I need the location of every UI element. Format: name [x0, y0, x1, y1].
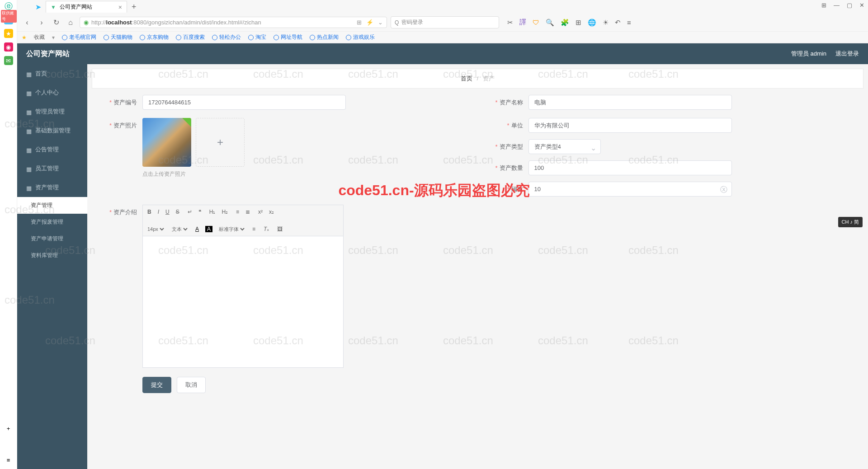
globe-icon[interactable]: 🌐	[588, 19, 596, 27]
clear-icon[interactable]: ⓧ	[720, 185, 727, 195]
sidebar-sub-apply[interactable]: 资产申请管理	[17, 230, 87, 247]
right-tools: ✂ 譯 🛡 🔍 🧩 ⊞ 🌐 ☀ ↶ ≡	[507, 18, 631, 27]
bookmark-5[interactable]: 淘宝	[248, 33, 266, 41]
url-bar[interactable]: ◉ http://localhost:8080/gongsizichan/adm…	[80, 17, 387, 28]
sidebar-sub-scrap[interactable]: 资产报废管理	[17, 214, 87, 230]
bookmark-7[interactable]: 热点新闻	[310, 33, 339, 41]
sidebar-item-asset[interactable]: ▦资产管理	[17, 178, 87, 197]
align-icon[interactable]: ≡	[250, 225, 257, 233]
upload-thumbnail[interactable]	[142, 118, 191, 167]
sidebar-item-admin[interactable]: ▦管理员管理	[17, 102, 87, 121]
sidebar-sub-library[interactable]: 资料库管理	[17, 247, 87, 264]
breadcrumb-home[interactable]: 首页	[461, 75, 472, 82]
sidebar-item-staff[interactable]: ▦员工管理	[17, 159, 87, 178]
header-user[interactable]: 管理员 admin	[791, 50, 826, 58]
security-icon[interactable]: 🛡	[533, 19, 539, 26]
window-pin-icon[interactable]: ⊞	[821, 2, 826, 9]
h2-icon[interactable]: H₂	[220, 208, 230, 216]
translate-icon[interactable]: 譯	[519, 18, 526, 27]
quote-icon[interactable]: ❝	[197, 208, 203, 216]
search-box[interactable]: Q 密码登录	[391, 16, 499, 28]
asset-type-select[interactable]: ⌄	[528, 139, 601, 154]
bookmark-3[interactable]: 百度搜索	[176, 33, 205, 41]
qty-input[interactable]	[528, 160, 732, 175]
window-close-icon[interactable]: ✕	[859, 2, 864, 9]
code-icon[interactable]: ↵	[186, 208, 194, 216]
font-size-select[interactable]: 14px	[146, 226, 165, 232]
bookmark-2[interactable]: 京东购物	[140, 33, 169, 41]
flash-icon[interactable]: ⚡	[366, 19, 373, 26]
dropdown-icon[interactable]: ⌄	[378, 19, 383, 26]
asset-no-input[interactable]	[142, 95, 346, 110]
search2-icon[interactable]: 🔍	[546, 19, 554, 27]
menu-icon[interactable]: ≡	[627, 19, 631, 26]
grid-icon[interactable]: ⊞	[576, 19, 581, 27]
bookmark-0[interactable]: 老毛桃官网	[62, 33, 96, 41]
underline-icon[interactable]: U	[164, 208, 171, 216]
rail-mail-icon[interactable]: ✉	[4, 56, 13, 65]
editor-toolbar: B I U S ↵ ❝	[143, 205, 343, 236]
italic-icon[interactable]: I	[156, 208, 161, 216]
browser-tab[interactable]: ▼ 公司资产网站 ×	[46, 1, 127, 13]
tab-close-icon[interactable]: ×	[118, 4, 122, 11]
sidebar-item-basedata[interactable]: ▦基础数据管理	[17, 121, 87, 140]
rail-weibo-icon[interactable]: ◉	[4, 42, 13, 52]
undo-icon[interactable]: ↶	[615, 19, 621, 27]
cancel-button[interactable]: 取消	[177, 377, 206, 393]
h1-icon[interactable]: H₁	[208, 208, 217, 216]
list-ol-icon[interactable]: ≡	[234, 208, 241, 216]
bookmark-6[interactable]: 网址导航	[274, 33, 302, 41]
sub-icon[interactable]: x₂	[267, 208, 276, 216]
sup-icon[interactable]: x²	[256, 208, 264, 216]
asset-form: *资产编号 *资产名称 *资产照片 +	[92, 95, 863, 393]
reload-icon[interactable]: ↻	[51, 17, 61, 28]
font-type-select[interactable]: 文本	[170, 226, 189, 232]
browser-left-rail: ⓔ 联供账号 ✦ ★ ◉ ✉ + ≡	[0, 0, 17, 469]
header-logout[interactable]: 退出登录	[835, 50, 859, 58]
nav-bar: ‹ › ↻ ⌂ ◉ http://localhost:8080/gongsizi…	[17, 14, 868, 31]
image-icon[interactable]: 🖼	[275, 225, 284, 233]
fav-label: 收藏	[34, 33, 45, 41]
strike-icon[interactable]: S	[174, 208, 181, 216]
threshold-input[interactable]	[528, 182, 732, 197]
tab-title: 公司资产网站	[60, 3, 92, 11]
sidebar-item-home[interactable]: ▦首页	[17, 64, 87, 83]
qr-icon[interactable]: ⊞	[357, 19, 362, 26]
clear-format-icon[interactable]: Tₓ	[262, 225, 271, 233]
fav-star-icon[interactable]: ★	[22, 34, 27, 41]
sidebar-sub-asset-mgmt[interactable]: 资产管理	[17, 197, 87, 214]
editor-content[interactable]	[143, 236, 343, 367]
sun-icon[interactable]: ☀	[603, 19, 609, 27]
home-icon[interactable]: ⌂	[65, 17, 76, 28]
color-icon[interactable]: A	[193, 225, 201, 233]
window-max-icon[interactable]: ▢	[847, 2, 852, 9]
back-icon[interactable]: ‹	[22, 17, 33, 28]
compass-icon[interactable]: ➤	[35, 3, 41, 11]
ime-badge: CH ♪ 简	[838, 217, 863, 227]
scissors-icon[interactable]: ✂	[507, 19, 513, 27]
sidebar-item-notice[interactable]: ▦公告管理	[17, 140, 87, 159]
sidebar-item-profile[interactable]: ▦个人中心	[17, 83, 87, 102]
rail-menu-icon[interactable]: ≡	[4, 455, 13, 464]
rail-star-icon[interactable]: ★	[4, 29, 13, 38]
bookmark-4[interactable]: 轻松办公	[212, 33, 241, 41]
list-ul-icon[interactable]: ≣	[244, 208, 252, 216]
puzzle-icon[interactable]: 🧩	[561, 19, 569, 27]
window-min-icon[interactable]: —	[834, 2, 840, 9]
app-title: 公司资产网站	[26, 49, 70, 59]
bgcolor-icon[interactable]: A	[205, 226, 212, 232]
bookmark-1[interactable]: 天猫购物	[104, 33, 132, 41]
tab-add-icon[interactable]: +	[132, 2, 137, 12]
upload-add-button[interactable]: +	[196, 118, 245, 167]
bookmark-8[interactable]: 游戏娱乐	[346, 33, 375, 41]
asset-name-input[interactable]	[528, 95, 732, 110]
bold-icon[interactable]: B	[146, 208, 153, 216]
shield-icon: ◉	[84, 19, 89, 26]
unit-input[interactable]	[528, 118, 732, 133]
chevron-down-icon: ⌄	[590, 144, 596, 152]
window-controls: ⊞ — ▢ ✕	[821, 2, 864, 9]
rail-add-icon[interactable]: +	[4, 424, 13, 433]
forward-icon[interactable]: ›	[36, 17, 47, 28]
font-family-select[interactable]: 标准字体	[217, 226, 246, 232]
submit-button[interactable]: 提交	[142, 377, 171, 393]
